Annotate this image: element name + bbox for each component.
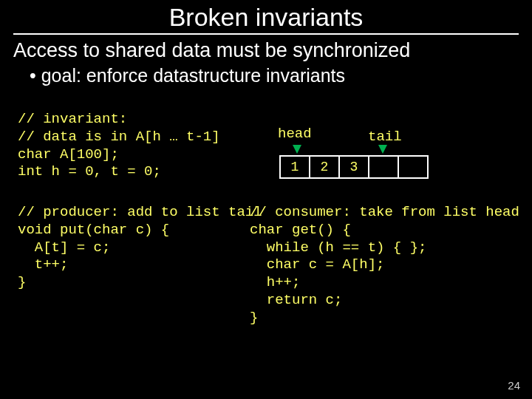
code-line: char get() { [250,222,531,239]
code-producer: // producer: add to list tail void put(c… [18,204,269,292]
title-underline [13,33,519,35]
code-line: } [250,310,531,327]
code-line: return c; [250,292,531,310]
code-line: void put(char c) { [18,222,269,239]
code-line: // consumer: take from list head [250,204,531,222]
slide: Broken invariants Access to shared data … [0,0,532,399]
label-head: head [278,126,312,142]
code-line: char c = A[h]; [250,256,531,274]
code-line: int h = 0, t = 0; [18,163,239,181]
arrow-tail-icon [378,145,387,154]
label-tail: tail [368,129,402,145]
cell: 3 [338,155,369,179]
cell [368,155,399,179]
arrow-head-icon [293,145,301,154]
subtitle: Access to shared data must be synchroniz… [13,39,532,62]
code-line: // data is in A[h … t-1] [18,129,239,146]
array-cells: 1 2 3 [279,155,429,179]
code-line: while (h == t) { }; [250,239,531,257]
bullet-goal: goal: enforce datastructure invariants [30,65,532,86]
code-consumer: // consumer: take from list head char ge… [250,204,531,327]
code-line: A[t] = c; [18,239,269,257]
code-invariant: // invariant: // data is in A[h … t-1] c… [18,111,239,181]
code-line: t++; [18,256,269,274]
cell [398,155,429,179]
code-line: char A[100]; [18,146,239,164]
cell: 2 [309,155,340,179]
cell: 1 [279,155,310,179]
slide-title: Broken invariants [0,0,532,32]
code-line: } [18,274,269,292]
page-number: 24 [508,379,520,392]
code-line: h++; [250,274,531,292]
code-line: // producer: add to list tail [18,204,269,222]
code-line: // invariant: [18,111,239,129]
